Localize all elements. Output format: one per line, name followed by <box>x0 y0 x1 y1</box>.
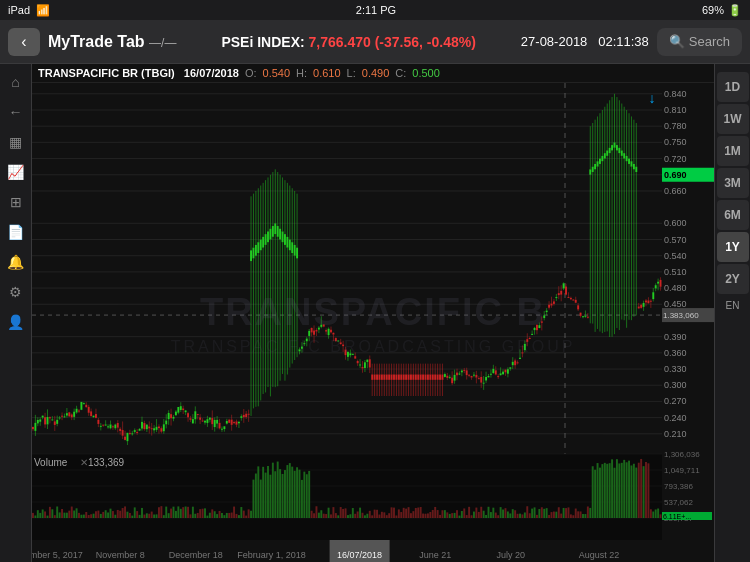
tf-1d-button[interactable]: 1D <box>717 72 749 102</box>
sidebar-chartbar-icon[interactable]: ▦ <box>2 128 30 156</box>
high-value: 0.610 <box>313 67 341 79</box>
chart-area: TRANSPACIFIC BR (TBGI) 16/07/2018 O: 0.5… <box>32 64 714 562</box>
tf-1m-button[interactable]: 1M <box>717 136 749 166</box>
sidebar-chartline-icon[interactable]: 📈 <box>2 158 30 186</box>
tf-3m-button[interactable]: 3M <box>717 168 749 198</box>
ipad-label: iPad <box>8 4 30 16</box>
tf-1w-button[interactable]: 1W <box>717 104 749 134</box>
psei-value: 7,766.470 (-37.56, -0.48%) <box>309 34 476 50</box>
open-value: 0.540 <box>263 67 291 79</box>
sidebar-settings-icon[interactable]: ⚙ <box>2 278 30 306</box>
close-label: C: <box>395 67 406 79</box>
app-title: MyTrade Tab —/— <box>48 33 176 51</box>
psei-info: PSEi INDEX: 7,766.470 (-37.56, -0.48%) <box>184 34 512 50</box>
psei-label: PSEi INDEX: <box>221 34 304 50</box>
tf-2y-button[interactable]: 2Y <box>717 264 749 294</box>
back-icon: ‹ <box>21 33 26 51</box>
close-value: 0.500 <box>412 67 440 79</box>
en-label: EN <box>726 300 740 311</box>
sidebar-back-icon[interactable]: ← <box>2 98 30 126</box>
status-right: 69% 🔋 <box>702 4 742 17</box>
sidebar-account-icon[interactable]: 👤 <box>2 308 30 336</box>
battery-label: 69% <box>702 4 724 16</box>
search-icon: 🔍 <box>669 34 685 49</box>
nav-date: 27-08-2018 02:11:38 <box>521 34 649 49</box>
status-left: iPad 📶 <box>8 4 50 17</box>
back-button[interactable]: ‹ <box>8 28 40 56</box>
wifi-icon: 📶 <box>36 4 50 17</box>
high-label: H: <box>296 67 307 79</box>
sidebar-home-icon[interactable]: ⌂ <box>2 68 30 96</box>
chart-ticker: TRANSPACIFIC BR (TBGI) 16/07/2018 <box>38 67 239 79</box>
chart-info-bar: TRANSPACIFIC BR (TBGI) 16/07/2018 O: 0.5… <box>32 64 714 83</box>
sidebar-grid-icon[interactable]: ⊞ <box>2 188 30 216</box>
low-value: 0.490 <box>362 67 390 79</box>
status-bar: iPad 📶 2:11 PG 69% 🔋 <box>0 0 750 20</box>
sidebar-document-icon[interactable]: 📄 <box>2 218 30 246</box>
search-button[interactable]: 🔍 Search <box>657 28 742 56</box>
chart-canvas-wrapper[interactable]: TRANSPACIFIC B TRANSPACIFIC BROADCASTING… <box>32 83 714 562</box>
price-chart-canvas[interactable] <box>32 83 714 562</box>
battery-icon: 🔋 <box>728 4 742 17</box>
left-sidebar: ⌂ ← ▦ 📈 ⊞ 📄 🔔 ⚙ 👤 <box>0 64 32 562</box>
tf-1y-button[interactable]: 1Y <box>717 232 749 262</box>
status-time: 2:11 PG <box>356 4 396 16</box>
main-layout: ⌂ ← ▦ 📈 ⊞ 📄 🔔 ⚙ 👤 TRANSPACIFIC BR (TBGI)… <box>0 64 750 562</box>
nav-bar: ‹ MyTrade Tab —/— PSEi INDEX: 7,766.470 … <box>0 20 750 64</box>
low-label: L: <box>347 67 356 79</box>
tf-6m-button[interactable]: 6M <box>717 200 749 230</box>
open-label: O: <box>245 67 257 79</box>
right-sidebar: 1D 1W 1M 3M 6M 1Y 2Y EN <box>714 64 750 562</box>
sidebar-bell-icon[interactable]: 🔔 <box>2 248 30 276</box>
